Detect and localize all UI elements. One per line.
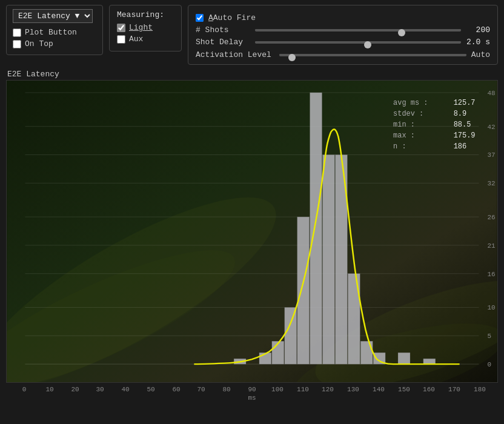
- bar-115: [297, 217, 310, 364]
- chart-wrapper: 48 42 37 32 26 21 16 10 5 0 avg ms : 125…: [6, 80, 498, 383]
- bar-140: [360, 341, 373, 364]
- y-label-32: 32: [487, 180, 495, 187]
- bar-150: [398, 353, 410, 364]
- x-label-160: 160: [423, 386, 435, 393]
- x-label-80: 80: [222, 386, 230, 393]
- x-label-40: 40: [121, 386, 129, 393]
- activation-label: Activation Level: [196, 50, 274, 59]
- x-label-20: 20: [71, 386, 79, 393]
- y-label-26: 26: [487, 214, 495, 221]
- auto-fire-checkbox[interactable]: [196, 14, 204, 22]
- light-row: Light: [117, 23, 174, 32]
- y-label-21: 21: [487, 242, 496, 250]
- e2e-header: E2E Latency ▼: [13, 9, 96, 23]
- x-label-70: 70: [197, 386, 205, 393]
- stat-min-label: min :: [393, 121, 415, 129]
- stat-min-value: 88.5: [454, 121, 471, 129]
- activation-slider[interactable]: [279, 54, 466, 56]
- stat-n-value: 186: [454, 142, 467, 151]
- x-label-10: 10: [45, 386, 53, 393]
- stat-max-label: max :: [393, 131, 415, 140]
- auto-fire-label: AAuto Fire: [208, 13, 256, 22]
- aux-label: Aux: [129, 35, 143, 44]
- stat-avg-value: 125.7: [454, 99, 476, 107]
- bar-160: [423, 359, 436, 364]
- shots-slider[interactable]: [255, 29, 461, 31]
- stat-stdev-label: stdev :: [393, 110, 423, 118]
- e2e-dropdown[interactable]: E2E Latency ▼: [13, 9, 93, 23]
- x-axis-svg: 0 10 20 30 40 50 60 70 80 90 100 110 120…: [6, 383, 498, 401]
- shot-delay-slider-container: [255, 41, 461, 44]
- x-axis-area: 0 10 20 30 40 50 60 70 80 90 100 110 120…: [6, 383, 498, 401]
- x-label-0: 0: [22, 386, 27, 393]
- bar-125: [323, 155, 335, 365]
- x-label-140: 140: [373, 386, 385, 393]
- stat-stdev-value: 8.9: [454, 110, 467, 118]
- chart-svg: 48 42 37 32 26 21 16 10 5 0 avg ms : 125…: [7, 81, 497, 382]
- aux-row: Aux: [117, 35, 174, 44]
- y-label-16: 16: [487, 271, 495, 278]
- plot-button-row: Plot Button: [13, 28, 96, 37]
- on-top-checkbox[interactable]: [13, 40, 21, 48]
- on-top-row: On Top: [13, 39, 96, 48]
- x-unit-label: ms: [248, 394, 256, 401]
- bar-110: [285, 307, 297, 364]
- chart-title: E2E Latency: [6, 70, 498, 79]
- y-label-42: 42: [487, 124, 495, 131]
- y-label-37: 37: [487, 151, 495, 159]
- bar-120: [310, 93, 322, 364]
- shots-label: # Shots: [196, 25, 250, 35]
- stat-avg-label: avg ms :: [393, 99, 428, 107]
- x-label-90: 90: [248, 386, 256, 393]
- autofire-panel: AAuto Fire # Shots 200 Shot Delay 2.0 s …: [188, 5, 498, 65]
- shots-value: 200: [466, 25, 490, 35]
- top-bar: E2E Latency ▼ Plot Button On Top Measuri…: [0, 0, 504, 70]
- measuring-label: Measuring:: [117, 10, 174, 19]
- activation-value: Auto: [471, 50, 490, 59]
- stat-n-label: n :: [393, 142, 406, 151]
- shots-row: # Shots 200: [196, 25, 490, 35]
- on-top-label: On Top: [25, 39, 53, 48]
- x-label-110: 110: [297, 386, 309, 393]
- shots-slider-container: [255, 29, 461, 31]
- y-label-5: 5: [487, 333, 491, 340]
- plot-button-checkbox[interactable]: [13, 28, 21, 37]
- x-label-170: 170: [448, 386, 460, 393]
- shot-delay-value: 2.0 s: [466, 38, 490, 47]
- e2e-panel: E2E Latency ▼ Plot Button On Top: [6, 5, 103, 55]
- chart-section: E2E Latency: [6, 70, 498, 401]
- light-checkbox[interactable]: [117, 24, 125, 32]
- x-label-130: 130: [347, 386, 359, 393]
- y-label-10: 10: [487, 304, 495, 311]
- aux-checkbox[interactable]: [117, 35, 125, 44]
- y-label-48: 48: [487, 90, 495, 97]
- x-label-60: 60: [172, 386, 180, 393]
- activation-row: Activation Level Auto: [196, 50, 490, 59]
- x-label-150: 150: [398, 386, 410, 393]
- x-label-30: 30: [96, 386, 104, 393]
- shot-delay-label: Shot Delay: [196, 38, 250, 47]
- shot-delay-slider[interactable]: [255, 41, 461, 44]
- activation-slider-container: [279, 54, 466, 56]
- y-label-0: 0: [487, 361, 491, 368]
- plot-button-label: Plot Button: [25, 28, 77, 37]
- light-label: Light: [129, 23, 153, 32]
- x-label-100: 100: [271, 386, 284, 393]
- x-label-120: 120: [322, 386, 334, 393]
- stat-max-value: 175.9: [454, 131, 476, 140]
- x-label-180: 180: [474, 386, 486, 393]
- x-label-50: 50: [147, 386, 154, 393]
- autofire-row: AAuto Fire: [196, 13, 490, 22]
- shot-delay-row: Shot Delay 2.0 s: [196, 38, 490, 47]
- measuring-panel: Measuring: Light Aux: [109, 5, 182, 51]
